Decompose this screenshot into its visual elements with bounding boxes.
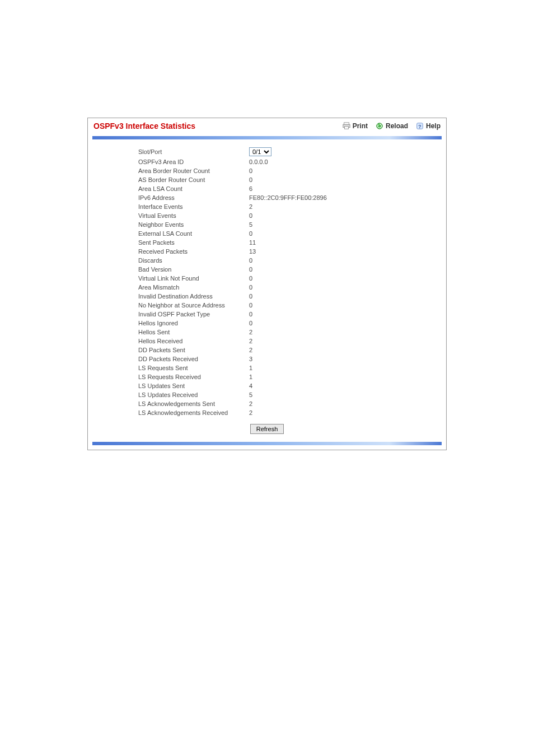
- help-label: Help: [426, 122, 441, 130]
- table-row: DD Packets Received3: [138, 354, 331, 363]
- reload-link[interactable]: Reload: [376, 122, 408, 130]
- table-row: Virtual Link Not Found0: [138, 274, 331, 283]
- stat-label: No Neighbor at Source Address: [138, 301, 249, 310]
- table-row: AS Border Router Count0: [138, 175, 331, 184]
- stat-label: Virtual Events: [138, 211, 249, 220]
- table-row: LS Requests Received1: [138, 372, 331, 381]
- stat-value: 1: [249, 372, 331, 381]
- stat-value: 0: [249, 166, 331, 175]
- table-row: Received Packets13: [138, 247, 331, 256]
- stat-value: 0: [249, 265, 331, 274]
- svg-rect-2: [344, 127, 348, 129]
- stat-value: 0: [249, 319, 331, 328]
- stat-label: Area Border Router Count: [138, 166, 249, 175]
- stat-value: 1: [249, 363, 331, 372]
- help-icon: ?: [416, 122, 424, 130]
- stat-value: 2: [249, 399, 331, 408]
- stat-label: Hellos Sent: [138, 328, 249, 337]
- table-row: Hellos Received2: [138, 337, 331, 346]
- button-row: Refresh: [93, 417, 441, 438]
- stat-value: 3: [249, 354, 331, 363]
- divider-bottom: [92, 442, 442, 445]
- stat-value: 0: [249, 292, 331, 301]
- stat-label: IPv6 Address: [138, 193, 249, 202]
- table-row: IPv6 AddressFE80::2C0:9FFF:FE00:2896: [138, 193, 331, 202]
- table-row: LS Requests Sent1: [138, 363, 331, 372]
- stat-label: LS Acknowledgements Sent: [138, 399, 249, 408]
- stat-label: Hellos Received: [138, 337, 249, 346]
- table-row: Area Mismatch0: [138, 283, 331, 292]
- stat-label: LS Updates Sent: [138, 381, 249, 390]
- stat-label: Received Packets: [138, 247, 249, 256]
- stat-value: 11: [249, 238, 331, 247]
- stat-value: 2: [249, 346, 331, 354]
- stat-label: Bad Version: [138, 265, 249, 274]
- stats-table: Slot/Port0/1OSPFv3 Area ID0.0.0.0Area Bo…: [138, 146, 331, 417]
- stat-value: 2: [249, 202, 331, 211]
- stat-label: Invalid Destination Address: [138, 292, 249, 301]
- stat-value: FE80::2C0:9FFF:FE00:2896: [249, 193, 331, 202]
- help-link[interactable]: ? Help: [416, 122, 441, 130]
- printer-icon: [343, 122, 350, 130]
- table-row: LS Acknowledgements Received2: [138, 408, 331, 417]
- stat-label: DD Packets Sent: [138, 346, 249, 354]
- table-row: Hellos Ignored0: [138, 319, 331, 328]
- table-row: Area Border Router Count0: [138, 166, 331, 175]
- stat-value: 0: [249, 175, 331, 184]
- stat-value: 0: [249, 229, 331, 238]
- table-row: Invalid Destination Address0: [138, 292, 331, 301]
- stat-value: 2: [249, 408, 331, 417]
- table-row: External LSA Count0: [138, 229, 331, 238]
- table-row: Discards0: [138, 256, 331, 265]
- stat-label: Invalid OSPF Packet Type: [138, 310, 249, 319]
- table-row: DD Packets Sent2: [138, 346, 331, 354]
- table-row: Slot/Port0/1: [138, 146, 331, 157]
- stat-label: Area Mismatch: [138, 283, 249, 292]
- stat-value: 4: [249, 381, 331, 390]
- table-row: Invalid OSPF Packet Type0: [138, 310, 331, 319]
- slot-port-select[interactable]: 0/1: [249, 147, 271, 156]
- reload-label: Reload: [386, 122, 408, 130]
- table-row: Interface Events2: [138, 202, 331, 211]
- stat-label: Discards: [138, 256, 249, 265]
- table-row: OSPFv3 Area ID0.0.0.0: [138, 157, 331, 166]
- print-link[interactable]: Print: [343, 122, 368, 130]
- stat-label: Slot/Port: [138, 146, 249, 157]
- stat-value: 0: [249, 283, 331, 292]
- stat-label: OSPFv3 Area ID: [138, 157, 249, 166]
- header-actions: Print Reload ? Help: [343, 122, 441, 130]
- stat-value: 0: [249, 274, 331, 283]
- stat-label: AS Border Router Count: [138, 175, 249, 184]
- stat-label: LS Requests Sent: [138, 363, 249, 372]
- content-area: Slot/Port0/1OSPFv3 Area ID0.0.0.0Area Bo…: [88, 139, 446, 442]
- stat-value: 2: [249, 337, 331, 346]
- table-row: LS Acknowledgements Sent2: [138, 399, 331, 408]
- stat-value: 13: [249, 247, 331, 256]
- stat-value: 5: [249, 220, 331, 229]
- stat-label: External LSA Count: [138, 229, 249, 238]
- refresh-button[interactable]: Refresh: [250, 424, 284, 434]
- print-label: Print: [353, 122, 368, 130]
- table-row: Neighbor Events5: [138, 220, 331, 229]
- stat-value: 5: [249, 390, 331, 399]
- table-row: LS Updates Sent4: [138, 381, 331, 390]
- table-row: Bad Version0: [138, 265, 331, 274]
- table-row: LS Updates Received5: [138, 390, 331, 399]
- stat-label: DD Packets Received: [138, 354, 249, 363]
- stat-value: 0: [249, 211, 331, 220]
- svg-rect-0: [344, 123, 349, 125]
- stat-label: Virtual Link Not Found: [138, 274, 249, 283]
- stat-label: LS Updates Received: [138, 390, 249, 399]
- stat-label: LS Requests Received: [138, 372, 249, 381]
- table-row: Area LSA Count6: [138, 184, 331, 193]
- table-row: Sent Packets11: [138, 238, 331, 247]
- svg-text:?: ?: [418, 124, 421, 129]
- page-title: OSPFv3 Interface Statistics: [93, 122, 343, 130]
- stat-label: Area LSA Count: [138, 184, 249, 193]
- stat-value: 0: [249, 301, 331, 310]
- stat-value: 0: [249, 310, 331, 319]
- stat-value: 0.0.0.0: [249, 157, 331, 166]
- table-row: Hellos Sent2: [138, 328, 331, 337]
- stat-value: 0: [249, 256, 331, 265]
- table-row: No Neighbor at Source Address0: [138, 301, 331, 310]
